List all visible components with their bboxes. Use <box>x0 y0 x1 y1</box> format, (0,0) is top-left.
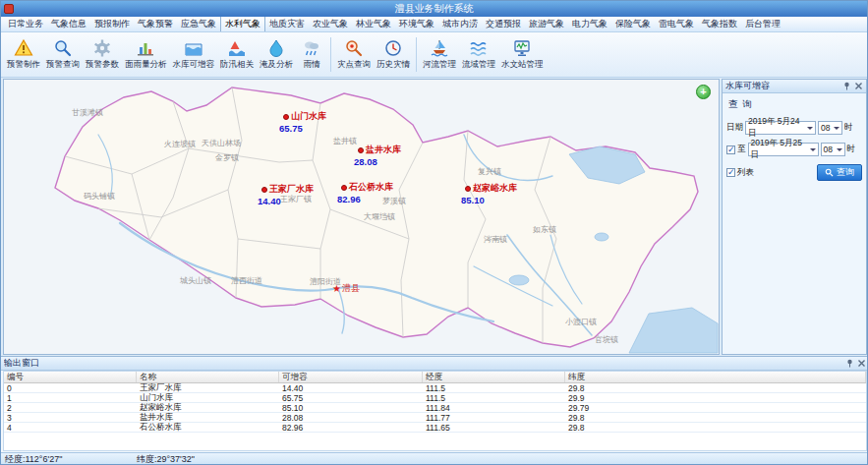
latitude-readout: 纬度:29°37'32" <box>137 453 195 465</box>
menu-tab[interactable]: 气象预警 <box>134 16 177 31</box>
column-header[interactable]: 经度 <box>423 372 565 382</box>
title-bar: 澧县业务制作系统 <box>1 1 867 17</box>
table-row[interactable]: 2赵家峪水库85.10111.8429.79 <box>4 403 866 413</box>
table-cell: 29.79 <box>565 403 866 413</box>
menu-tab[interactable]: 日常业务 <box>4 16 47 31</box>
query-form: 日期 2019年 5月24日 08 时 至 2019年 5月25日 <box>723 111 866 181</box>
toolbar-button-label: 历史灾情 <box>376 59 410 71</box>
menu-tab[interactable]: 交通预报 <box>482 16 525 31</box>
menu-tab[interactable]: 城市内涝 <box>438 16 482 31</box>
table-cell: 29.8 <box>565 383 866 393</box>
menu-tab[interactable]: 气象指数 <box>698 16 741 31</box>
menu-tab[interactable]: 电力气象 <box>568 16 611 31</box>
hour-suffix-label: 时 <box>847 144 856 155</box>
search-icon <box>825 168 834 177</box>
menu-tab[interactable]: 环境气象 <box>395 16 438 31</box>
table-cell: 1 <box>4 393 137 403</box>
hour-from-dropdown[interactable]: 08 <box>818 121 842 135</box>
app-window: 澧县业务制作系统 日常业务气象信息预报制作气象预警应急气象水利气象地质灾害农业气… <box>0 0 868 465</box>
table-cell: 82.96 <box>279 423 423 433</box>
column-header[interactable]: 纬度 <box>565 372 866 382</box>
toolbar-button-label: 灾点查询 <box>337 59 371 71</box>
menu-tab[interactable]: 林业气象 <box>352 16 395 31</box>
table-cell: 111.5 <box>423 383 565 393</box>
table-cell: 石公桥水库 <box>137 422 279 434</box>
menu-tab[interactable]: 水利气象 <box>220 15 265 31</box>
chevron-down-icon <box>835 144 844 155</box>
toolbar-button[interactable]: 河流管理 <box>420 33 459 76</box>
output-table: 编号名称可增容经度纬度 0王家厂水库14.40111.529.81山门水库65.… <box>3 371 867 451</box>
toolbar-button[interactable]: 预警参数 <box>83 33 122 76</box>
menu-tab[interactable]: 农业气象 <box>309 16 352 31</box>
close-icon[interactable] <box>857 359 866 368</box>
list-label: 列表 <box>737 167 754 179</box>
pin-icon[interactable] <box>842 82 851 90</box>
table-cell: 4 <box>4 423 137 433</box>
warning-search-icon <box>53 38 73 58</box>
date-to-dropdown[interactable]: 2019年 5月25日 <box>748 143 819 156</box>
close-icon[interactable] <box>854 82 863 90</box>
menu-tab[interactable]: 后台管理 <box>741 16 784 31</box>
column-header[interactable]: 可增容 <box>279 372 423 382</box>
column-header[interactable]: 编号 <box>4 372 137 382</box>
to-label: 至 <box>737 144 746 155</box>
toolbar-button[interactable]: 灾点查询 <box>334 33 374 76</box>
menu-tab[interactable]: 保险气象 <box>611 16 655 31</box>
menu-tab[interactable]: 预报制作 <box>90 16 134 31</box>
toolbar-button[interactable]: 预警制作 <box>4 33 43 76</box>
toolbar-button[interactable]: 淹及分析 <box>257 33 296 76</box>
menu-tab[interactable]: 气象信息 <box>47 16 90 31</box>
table-cell: 65.75 <box>279 393 423 403</box>
date-to-value: 2019年 5月25日 <box>751 138 808 161</box>
toolbar: 预警制作预警查询预警参数面雨量分析水库可增容防汛相关淹及分析雨情灾点查询历史灾情… <box>1 32 867 78</box>
hour-to-dropdown[interactable]: 08 <box>821 143 845 156</box>
map-zoom-in-button[interactable]: + <box>696 85 711 99</box>
menu-tab[interactable]: 旅游气象 <box>525 16 568 31</box>
table-cell: 14.40 <box>279 383 423 393</box>
table-row[interactable]: 3盐井水库28.08111.7729.8 <box>4 413 866 423</box>
toolbar-button[interactable]: 流域管理 <box>459 33 498 76</box>
warning-params-icon <box>92 38 112 58</box>
toolbar-separator <box>416 37 417 72</box>
toolbar-button[interactable]: 预警查询 <box>43 33 83 76</box>
date-from-dropdown[interactable]: 2019年 5月24日 <box>745 121 816 135</box>
table-header-row: 编号名称可增容经度纬度 <box>4 372 866 383</box>
toolbar-button[interactable]: 历史灾情 <box>374 33 413 76</box>
panel-title: 水库可增容 <box>725 80 839 92</box>
table-row[interactable]: 4石公桥水库82.96111.6529.8 <box>4 423 866 433</box>
column-header[interactable]: 名称 <box>137 372 279 382</box>
toolbar-button[interactable]: 水库可增容 <box>170 33 218 76</box>
reservoir-capacity-icon <box>184 38 203 58</box>
table-cell: 111.65 <box>423 423 565 433</box>
pin-icon[interactable] <box>845 359 854 368</box>
toolbar-button[interactable]: 防汛相关 <box>217 33 257 76</box>
map-area[interactable]: 甘溪滩镇火连坡镇天供山林场金罗镇盐井镇码头铺镇王家厂镇梦溪镇大堰垱镇复兴镇涔南镇… <box>3 79 720 355</box>
list-checkbox[interactable] <box>726 168 735 177</box>
date-from-value: 2019年 5月24日 <box>748 116 805 140</box>
toolbar-button[interactable]: 面雨量分析 <box>122 33 170 76</box>
to-date-checkbox[interactable] <box>726 145 735 154</box>
menu-tab[interactable]: 地质灾害 <box>265 16 309 31</box>
table-cell: 29.8 <box>565 423 866 433</box>
query-button-label: 查询 <box>837 166 854 179</box>
toolbar-button-label: 淹及分析 <box>260 59 293 71</box>
menu-tab[interactable]: 应急气象 <box>177 16 220 31</box>
inundation-analysis-icon <box>266 38 286 58</box>
toolbar-button[interactable]: 雨情 <box>296 33 327 76</box>
toolbar-button-label: 流域管理 <box>462 59 495 71</box>
table-cell: 3 <box>4 413 137 423</box>
toolbar-button-label: 面雨量分析 <box>125 59 167 71</box>
flood-related-icon <box>227 38 247 58</box>
longitude-readout: 经度:112°6'27" <box>5 453 137 465</box>
query-button[interactable]: 查询 <box>817 164 862 181</box>
county-map-canvas[interactable] <box>4 80 719 354</box>
table-row[interactable]: 1山门水库65.75111.529.9 <box>4 393 866 403</box>
hydro-station-management-icon <box>512 38 532 58</box>
panel-header: 输出窗口 <box>1 357 868 371</box>
table-row[interactable]: 0王家厂水库14.40111.529.8 <box>4 383 866 393</box>
toolbar-button[interactable]: 水文站管理 <box>498 33 547 76</box>
menu-tab[interactable]: 雷电气象 <box>655 16 698 31</box>
toolbar-separator <box>330 37 331 72</box>
table-cell: 29.8 <box>565 413 866 423</box>
toolbar-button-label: 河流管理 <box>423 59 456 71</box>
